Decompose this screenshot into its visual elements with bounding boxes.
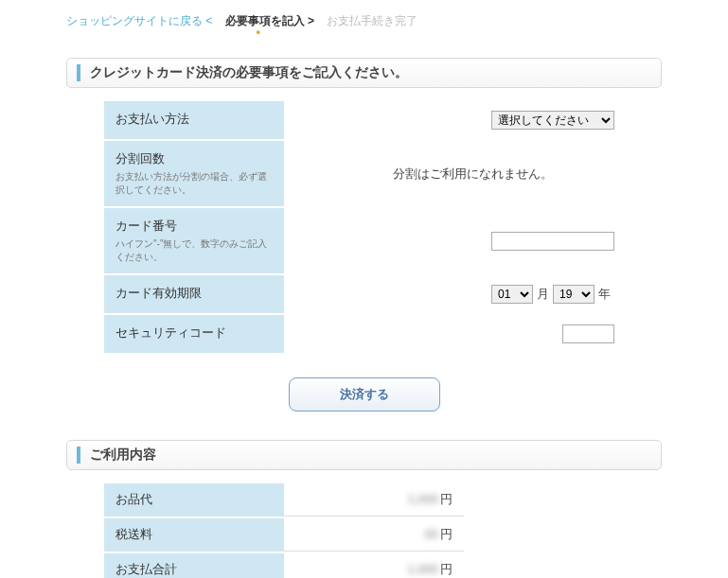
current-marker-icon: ● xyxy=(256,27,681,37)
breadcrumb: ショッピングサイトに戻る < 必要事項を記入 > お支払手続き完了 ● xyxy=(57,9,690,48)
label-expiry: カード有効期限 xyxy=(104,275,284,313)
header-bar-icon xyxy=(77,447,80,464)
expiry-month-suffix: 月 xyxy=(537,286,549,303)
label-card: カード番号 ハイフン"-"無しで、数字のみご記入ください。 xyxy=(104,208,284,273)
back-link[interactable]: ショッピングサイトに戻る xyxy=(66,14,203,27)
header-bar-icon xyxy=(77,64,80,81)
value-shipping: 00円 xyxy=(284,518,464,552)
label-shipping: 税送料 xyxy=(104,518,284,552)
installments-message: 分割はご利用になれません。 xyxy=(284,141,662,206)
label-item-price: お品代 xyxy=(104,483,284,517)
label-method: お支払い方法 xyxy=(104,101,284,139)
expiry-year-suffix: 年 xyxy=(598,286,611,303)
value-item-price: 1,000円 xyxy=(284,483,464,517)
card-form-header: クレジットカード決済の必要事項をご記入ください。 xyxy=(66,58,662,88)
payment-method-select[interactable]: 選択してください xyxy=(491,111,614,130)
expiry-month-select[interactable]: 01 xyxy=(491,285,533,304)
security-code-field[interactable] xyxy=(562,324,614,343)
step-next: お支払手続き完了 xyxy=(327,14,417,27)
card-form-title: クレジットカード決済の必要事項をご記入ください。 xyxy=(90,64,408,81)
label-installments-sub: お支払い方法が分割の場合、必ず選択してください。 xyxy=(115,170,273,197)
usage-summary: お品代 1,000円 税送料 00円 お支払合計 1,000円 xyxy=(104,483,662,578)
step-current: 必要事項を記入 xyxy=(225,14,305,27)
expiry-year-select[interactable]: 19 xyxy=(553,285,595,304)
label-card-sub: ハイフン"-"無しで、数字のみご記入ください。 xyxy=(115,237,273,264)
sep-back: < xyxy=(205,14,212,27)
label-installments: 分割回数 お支払い方法が分割の場合、必ず選択してください。 xyxy=(104,141,284,206)
label-security: セキュリティコード xyxy=(104,315,284,353)
sep1: > xyxy=(308,14,314,27)
submit-button[interactable]: 決済する xyxy=(289,377,440,412)
value-total: 1,000円 xyxy=(284,553,464,578)
card-form: お支払い方法 選択してください 分割回数 お支払い方法が分割の場合、必ず選択して… xyxy=(104,101,662,355)
usage-header: ご利用内容 xyxy=(66,440,662,470)
label-total: お支払合計 xyxy=(104,553,284,578)
card-number-field[interactable] xyxy=(491,232,614,251)
usage-title: ご利用内容 xyxy=(90,447,156,464)
